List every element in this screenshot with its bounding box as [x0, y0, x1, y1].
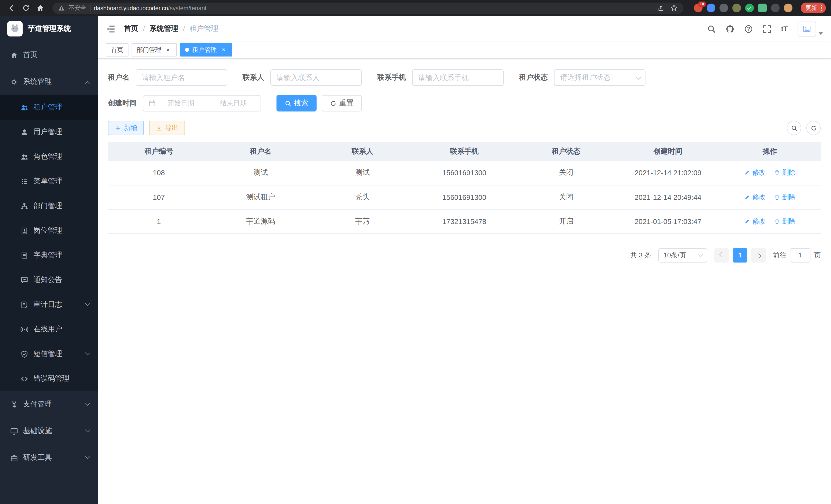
font-size-icon[interactable]: tT [781, 25, 788, 33]
date-start-placeholder[interactable]: 开始日期 [159, 99, 203, 108]
extension-icon-4[interactable] [732, 4, 741, 12]
extension-icon-5[interactable] [745, 4, 754, 12]
user-avatar-menu[interactable] [798, 21, 823, 36]
goto-label: 前往 [773, 250, 786, 260]
browser-menu-icon[interactable] [819, 5, 823, 11]
prev-page-button[interactable] [714, 248, 729, 262]
sidebar-item-sms[interactable]: 短信管理 [0, 342, 98, 366]
close-icon[interactable] [165, 46, 172, 53]
add-button[interactable]: 新增 [108, 121, 144, 135]
add-button-label: 新增 [124, 123, 137, 132]
table-row: 1 芋道源码 芋艿 17321315478 开启 2021-01-05 17:0… [108, 209, 821, 233]
delete-button[interactable]: 删除 [774, 192, 796, 202]
extension-icon-3[interactable] [719, 4, 728, 12]
screen: 不安全 dashboard.yudao.iocoder.cn/system/te… [0, 0, 831, 504]
sidebar-item-error-code[interactable]: 错误码管理 [0, 366, 98, 391]
export-button[interactable]: 导出 [149, 121, 185, 135]
cell-id: 1 [108, 209, 210, 233]
tenant-name-input[interactable] [136, 69, 227, 86]
share-icon[interactable] [657, 4, 664, 11]
fullscreen-icon[interactable] [763, 24, 771, 33]
cell-actions: 修改删除 [719, 209, 821, 233]
show-search-button[interactable] [787, 121, 801, 135]
phone-input[interactable] [412, 69, 504, 86]
extension-icon-6[interactable] [758, 4, 767, 12]
tab-label: 首页 [111, 46, 123, 54]
date-range-picker[interactable]: 开始日期 - 结束日期 [143, 95, 261, 112]
table-toolbar: 新增 导出 [108, 121, 821, 135]
sidebar-item-dept[interactable]: 部门管理 [0, 194, 98, 218]
field-label: 创建时间 [108, 99, 137, 108]
edit-button[interactable]: 修改 [744, 192, 766, 202]
contact-input[interactable] [270, 69, 362, 86]
github-icon[interactable] [726, 24, 735, 33]
bookmark-star-icon[interactable] [670, 4, 678, 12]
breadcrumb-home[interactable]: 首页 [124, 24, 138, 33]
sidebar-item-system[interactable]: 系统管理 [0, 68, 98, 95]
sidebar-item-user[interactable]: 用户管理 [0, 120, 98, 144]
edit-button[interactable]: 修改 [744, 216, 766, 226]
reset-button[interactable]: 重置 [322, 95, 362, 112]
profile-avatar-icon[interactable] [783, 4, 792, 12]
delete-button[interactable]: 删除 [774, 216, 796, 226]
app-title: 芋道管理系统 [28, 24, 71, 33]
tab-home[interactable]: 首页 [106, 43, 128, 57]
refresh-table-button[interactable] [806, 121, 821, 135]
puzzle-extension-icon[interactable] [771, 4, 779, 12]
breadcrumb-separator: / [183, 25, 185, 33]
search-icon[interactable] [707, 24, 716, 33]
monitor-icon [10, 427, 18, 435]
sidebar-item-home[interactable]: 首页 [0, 41, 98, 68]
sidebar-item-audit-log[interactable]: 审计日志 [0, 292, 98, 317]
cell-name: 测试租户 [210, 185, 311, 209]
breadcrumb-system[interactable]: 系统管理 [149, 24, 178, 33]
sidebar-item-devtools[interactable]: 研发工具 [0, 444, 98, 471]
pencil-icon [744, 218, 750, 224]
sidebar-item-dict[interactable]: 字典管理 [0, 243, 98, 268]
extension-icon-2[interactable] [706, 4, 715, 12]
browser-update-button[interactable]: 更新 [800, 3, 826, 13]
edit-label: 修改 [752, 192, 766, 202]
tab-dept[interactable]: 部门管理 [132, 43, 177, 57]
sidebar-item-infra[interactable]: 基础设施 [0, 418, 98, 444]
edit-label: 修改 [752, 168, 766, 178]
browser-reload-button[interactable] [20, 2, 32, 14]
date-end-placeholder[interactable]: 结束日期 [211, 99, 255, 108]
page-number-button[interactable]: 1 [733, 248, 747, 262]
avatar[interactable] [798, 21, 816, 36]
yen-icon [10, 401, 18, 408]
tab-tenant[interactable]: 租户管理 [180, 43, 232, 57]
sidebar-item-notice[interactable]: 通知公告 [0, 268, 98, 292]
browser-home-button[interactable] [34, 2, 46, 14]
sidebar-item-label: 部门管理 [33, 201, 62, 211]
breadcrumb-separator: / [143, 25, 145, 33]
sidebar-item-post[interactable]: 岗位管理 [0, 218, 98, 243]
security-label[interactable]: 不安全 [68, 4, 86, 12]
tags-view: 首页 部门管理 租户管理 [98, 41, 831, 59]
help-icon[interactable] [744, 24, 753, 33]
field-label: 租户状态 [519, 73, 548, 82]
cell-created: 2021-12-14 21:02:09 [617, 161, 719, 185]
status-select[interactable]: 请选择租户状态 [554, 69, 646, 86]
edit-button[interactable]: 修改 [744, 168, 766, 178]
delete-button[interactable]: 删除 [774, 168, 796, 178]
close-icon[interactable] [220, 46, 227, 53]
chevron-down-icon [698, 252, 703, 257]
page-size-select[interactable]: 10条/页 [658, 248, 707, 262]
sidebar-item-online-user[interactable]: 在线用户 [0, 317, 98, 342]
sidebar-item-tenant[interactable]: 租户管理 [0, 95, 98, 120]
extension-icon-1[interactable]: 10 [693, 4, 702, 12]
sidebar: 芋道管理系统 首页 系统管理 租户管理 [0, 16, 98, 504]
address-bar[interactable]: 不安全 dashboard.yudao.iocoder.cn/system/te… [52, 2, 683, 13]
sidebar-fold-icon[interactable] [106, 24, 116, 34]
sidebar-item-payment[interactable]: 支付管理 [0, 391, 98, 418]
search-button[interactable]: 搜索 [277, 95, 317, 112]
sidebar-item-menu[interactable]: 菜单管理 [0, 169, 98, 194]
cell-status: 开启 [515, 209, 617, 233]
cell-name: 芋道源码 [210, 209, 311, 233]
browser-back-button[interactable] [5, 2, 18, 14]
sidebar-item-role[interactable]: 角色管理 [0, 144, 98, 169]
search-icon [791, 125, 797, 131]
goto-page-input[interactable] [790, 248, 810, 262]
next-page-button[interactable] [751, 248, 766, 262]
